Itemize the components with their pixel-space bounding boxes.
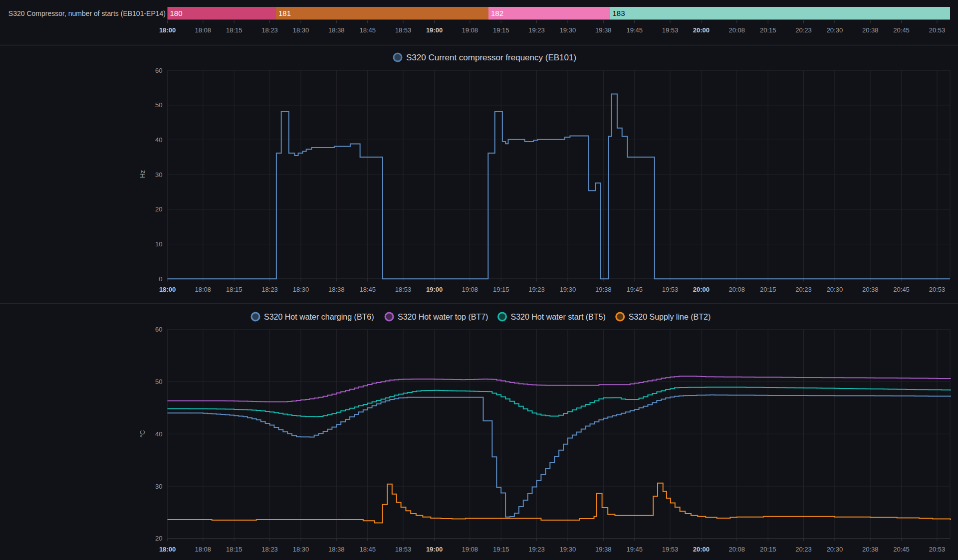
svg-text:20:30: 20:30 xyxy=(827,546,843,553)
svg-text:20:45: 20:45 xyxy=(893,286,910,293)
svg-text:20:53: 20:53 xyxy=(929,286,946,293)
svg-text:19:30: 19:30 xyxy=(560,546,576,553)
svg-text:Hz: Hz xyxy=(139,170,146,178)
svg-text:19:53: 19:53 xyxy=(662,26,679,34)
svg-text:19:30: 19:30 xyxy=(560,26,576,34)
svg-text:18:23: 18:23 xyxy=(261,286,278,293)
svg-text:20: 20 xyxy=(155,535,162,542)
svg-text:18:53: 18:53 xyxy=(395,26,412,34)
svg-text:18:08: 18:08 xyxy=(195,546,212,553)
svg-text:20:45: 20:45 xyxy=(893,26,910,34)
svg-text:18:45: 18:45 xyxy=(359,286,376,293)
svg-text:30: 30 xyxy=(155,483,162,490)
svg-text:19:38: 19:38 xyxy=(595,26,612,34)
svg-text:19:00: 19:00 xyxy=(426,546,443,553)
svg-text:°C: °C xyxy=(139,430,146,438)
svg-text:18:30: 18:30 xyxy=(293,546,309,553)
svg-text:0: 0 xyxy=(159,275,162,283)
svg-text:60: 60 xyxy=(155,67,162,74)
svg-text:18:08: 18:08 xyxy=(195,26,212,34)
svg-text:20:23: 20:23 xyxy=(795,26,812,34)
svg-text:183: 183 xyxy=(613,9,625,17)
svg-text:20:30: 20:30 xyxy=(827,26,843,34)
svg-text:18:23: 18:23 xyxy=(261,26,278,34)
svg-text:18:45: 18:45 xyxy=(359,546,376,553)
svg-text:18:15: 18:15 xyxy=(226,286,242,293)
svg-text:180: 180 xyxy=(170,9,183,17)
svg-text:20:00: 20:00 xyxy=(693,546,710,553)
svg-text:20: 20 xyxy=(155,205,162,213)
svg-text:18:38: 18:38 xyxy=(328,26,345,34)
svg-text:18:45: 18:45 xyxy=(359,26,376,34)
svg-text:18:08: 18:08 xyxy=(195,286,212,293)
svg-text:20:53: 20:53 xyxy=(929,546,946,553)
svg-text:10: 10 xyxy=(155,240,162,248)
svg-text:19:38: 19:38 xyxy=(595,286,612,293)
svg-text:19:00: 19:00 xyxy=(426,286,443,293)
svg-text:18:38: 18:38 xyxy=(328,546,345,553)
svg-text:S320 Hot water charging (BT6): S320 Hot water charging (BT6) xyxy=(264,313,374,321)
svg-text:20:30: 20:30 xyxy=(827,286,843,293)
svg-text:S320 Current compressor freque: S320 Current compressor frequency (EB101… xyxy=(406,53,576,62)
svg-text:19:08: 19:08 xyxy=(462,26,479,34)
svg-text:20:00: 20:00 xyxy=(693,286,710,293)
svg-text:20:23: 20:23 xyxy=(795,286,812,293)
svg-text:S320 Compressor, number of sta: S320 Compressor, number of starts (EB101… xyxy=(8,9,166,17)
svg-text:50: 50 xyxy=(155,101,162,109)
svg-text:20:38: 20:38 xyxy=(862,546,879,553)
svg-text:19:15: 19:15 xyxy=(493,546,509,553)
svg-text:18:15: 18:15 xyxy=(226,546,242,553)
svg-text:S320 Hot water top (BT7): S320 Hot water top (BT7) xyxy=(398,313,488,321)
svg-text:20:00: 20:00 xyxy=(693,26,710,34)
svg-text:18:00: 18:00 xyxy=(159,286,176,293)
svg-text:20:45: 20:45 xyxy=(893,546,910,553)
svg-text:20:08: 20:08 xyxy=(728,546,745,553)
svg-text:18:00: 18:00 xyxy=(159,546,176,553)
svg-text:19:45: 19:45 xyxy=(626,26,643,34)
svg-text:182: 182 xyxy=(491,9,503,17)
svg-text:40: 40 xyxy=(155,136,162,144)
svg-text:19:53: 19:53 xyxy=(662,546,679,553)
svg-text:19:23: 19:23 xyxy=(528,26,545,34)
svg-text:19:38: 19:38 xyxy=(595,546,612,553)
svg-text:19:23: 19:23 xyxy=(528,546,545,553)
svg-text:40: 40 xyxy=(155,430,162,438)
svg-text:20:08: 20:08 xyxy=(728,26,745,34)
svg-text:19:00: 19:00 xyxy=(426,26,443,34)
svg-text:18:53: 18:53 xyxy=(395,286,412,293)
svg-text:20:38: 20:38 xyxy=(862,26,879,34)
svg-text:18:00: 18:00 xyxy=(159,26,176,34)
svg-text:181: 181 xyxy=(278,9,291,17)
svg-text:30: 30 xyxy=(155,171,162,179)
svg-text:19:08: 19:08 xyxy=(462,286,479,293)
svg-text:18:53: 18:53 xyxy=(395,546,412,553)
svg-text:20:23: 20:23 xyxy=(795,546,812,553)
svg-text:20:15: 20:15 xyxy=(760,26,776,34)
svg-text:19:15: 19:15 xyxy=(493,26,509,34)
svg-text:19:15: 19:15 xyxy=(493,286,509,293)
svg-text:19:30: 19:30 xyxy=(560,286,576,293)
svg-text:20:15: 20:15 xyxy=(760,286,776,293)
svg-text:19:08: 19:08 xyxy=(462,546,479,553)
svg-text:20:15: 20:15 xyxy=(760,546,776,553)
svg-text:20:38: 20:38 xyxy=(862,286,879,293)
svg-text:19:23: 19:23 xyxy=(528,286,545,293)
svg-text:19:45: 19:45 xyxy=(626,546,643,553)
svg-text:19:53: 19:53 xyxy=(662,286,679,293)
svg-text:18:30: 18:30 xyxy=(293,286,309,293)
svg-text:18:23: 18:23 xyxy=(261,546,278,553)
svg-text:20:08: 20:08 xyxy=(728,286,745,293)
svg-text:19:45: 19:45 xyxy=(626,286,643,293)
svg-text:S320 Supply line (BT2): S320 Supply line (BT2) xyxy=(629,313,711,321)
svg-text:50: 50 xyxy=(155,378,162,385)
svg-text:18:15: 18:15 xyxy=(226,26,242,34)
svg-text:18:30: 18:30 xyxy=(293,26,309,34)
svg-text:S320 Hot water start (BT5): S320 Hot water start (BT5) xyxy=(511,313,606,321)
svg-text:60: 60 xyxy=(155,326,162,333)
svg-text:18:38: 18:38 xyxy=(328,286,345,293)
svg-text:20:53: 20:53 xyxy=(929,26,946,34)
